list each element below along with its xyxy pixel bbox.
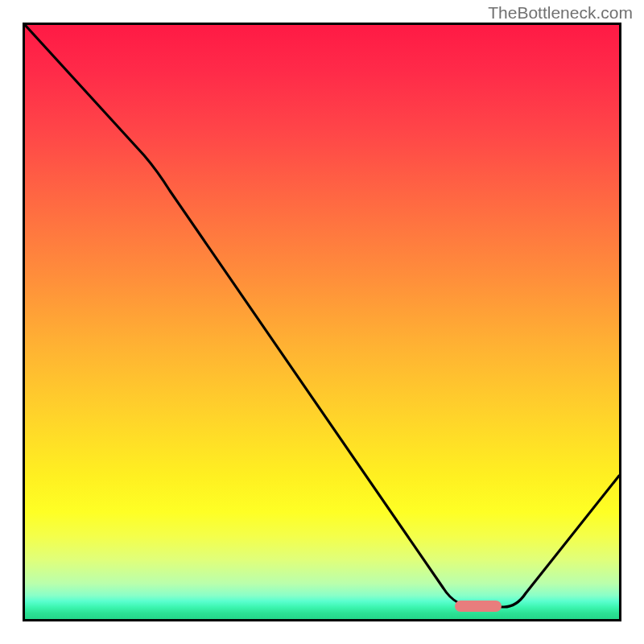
curve-svg: [25, 25, 619, 619]
bottleneck-curve-path: [25, 25, 619, 607]
chart-container: TheBottleneck.com: [0, 0, 644, 644]
plot-area: [23, 23, 621, 621]
watermark-text: TheBottleneck.com: [488, 3, 633, 23]
optimal-marker: [455, 601, 502, 612]
